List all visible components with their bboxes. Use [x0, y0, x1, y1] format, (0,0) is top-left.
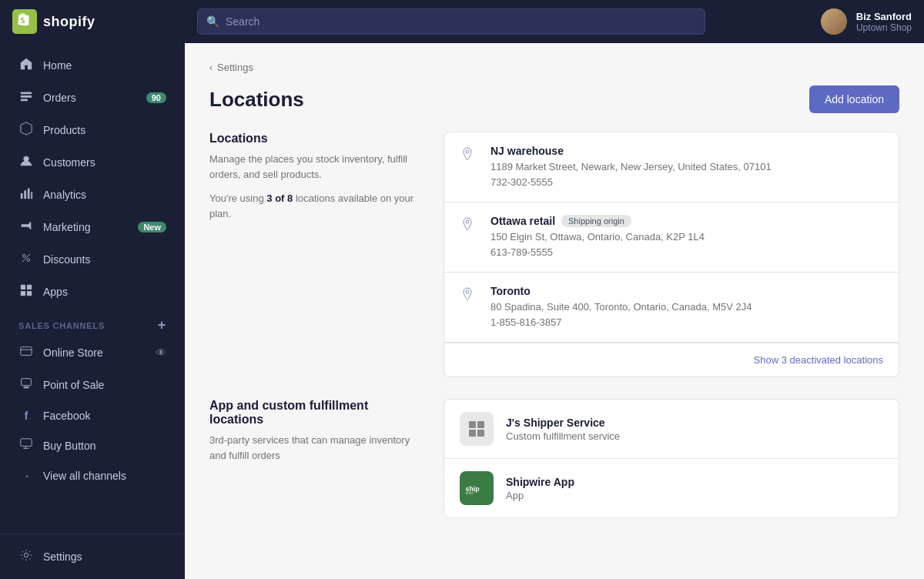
sidebar-label-analytics: Analytics: [43, 189, 86, 201]
sidebar-label-home: Home: [43, 59, 72, 72]
svg-rect-2: [21, 95, 32, 98]
location-info-toronto: Toronto 80 Spadina, Suite 400, Toronto, …: [490, 285, 883, 330]
locations-section-desc: Locations Manage the places you stock in…: [209, 132, 425, 377]
svg-rect-11: [21, 285, 25, 290]
sales-channels-label: SALES CHANNELS: [18, 321, 105, 330]
products-icon: [18, 122, 34, 139]
marketing-icon: [18, 219, 34, 236]
shipwire-name: Shipwire App: [506, 476, 883, 488]
svg-point-4: [23, 156, 28, 162]
location-pin-icon-ottawa: [460, 216, 478, 236]
svg-rect-26: [477, 430, 484, 437]
page-header: Locations Add location: [209, 85, 899, 113]
app-item-jshipper[interactable]: J's Shipper Service Custom fulfillment s…: [444, 400, 899, 459]
usage-note: You're using 3 of 8 locations available …: [209, 191, 425, 221]
location-item-toronto[interactable]: Toronto 80 Spadina, Suite 400, Toronto, …: [444, 273, 899, 343]
logo-area: shopify: [12, 9, 197, 34]
svg-rect-6: [24, 190, 26, 199]
facebook-icon: f: [18, 409, 34, 422]
pos-icon: [18, 377, 34, 393]
sidebar-item-view-all-channels[interactable]: ··· View all channels: [6, 463, 179, 489]
usage-count: 3 of 8: [266, 192, 293, 204]
breadcrumb: ‹ Settings: [209, 62, 899, 73]
svg-rect-8: [31, 192, 32, 199]
sidebar-item-online-store[interactable]: Online Store 👁: [6, 337, 179, 368]
usage-text: You're using: [209, 192, 264, 204]
sidebar-item-pos[interactable]: Point of Sale: [6, 370, 179, 400]
search-icon: 🔍: [206, 15, 219, 28]
sidebar-item-buy-button[interactable]: Buy Button: [6, 430, 179, 461]
jshipper-subtitle: Custom fulfillment service: [506, 430, 883, 442]
sidebar-label-discounts: Discounts: [43, 253, 90, 266]
locations-section: Locations Manage the places you stock in…: [209, 132, 899, 377]
svg-rect-0: [12, 9, 37, 34]
svg-rect-23: [469, 421, 476, 428]
settings-icon: [18, 548, 34, 565]
analytics-icon: [18, 186, 34, 203]
location-address-ottawa: 150 Elgin St, Ottawa, Ontario, Canada, K…: [490, 229, 883, 259]
sidebar-item-apps[interactable]: Apps: [6, 276, 179, 307]
svg-rect-5: [21, 193, 23, 199]
sidebar-item-analytics[interactable]: Analytics: [6, 179, 179, 210]
shipping-origin-badge: Shipping origin: [561, 215, 631, 227]
breadcrumb-link[interactable]: Settings: [217, 62, 253, 73]
svg-rect-25: [469, 430, 476, 437]
home-icon: [18, 57, 34, 74]
sidebar-label-customers: Customers: [43, 156, 95, 169]
svg-rect-24: [477, 421, 484, 428]
sidebar-item-home[interactable]: Home: [6, 50, 179, 81]
user-shop: Uptown Shop: [856, 22, 912, 33]
sidebar-item-orders[interactable]: Orders 90: [6, 82, 179, 113]
svg-point-10: [27, 259, 30, 262]
user-name: Biz Sanford: [856, 11, 912, 22]
sidebar-label-online-store: Online Store: [43, 346, 103, 359]
svg-rect-16: [22, 379, 32, 386]
sidebar-label-pos: Point of Sale: [43, 379, 104, 391]
sidebar-item-customers[interactable]: Customers: [6, 147, 179, 178]
customers-icon: [18, 154, 34, 171]
svg-rect-17: [23, 387, 28, 389]
sidebar: Home Orders 90 Products Customers Anal: [0, 43, 185, 579]
app-item-shipwire[interactable]: ship wire Shipwire App App: [444, 459, 899, 517]
shopify-bag-icon: [12, 9, 37, 34]
svg-point-19: [24, 553, 28, 557]
sidebar-label-orders: Orders: [43, 92, 76, 104]
shipwire-subtitle: App: [506, 490, 883, 501]
add-location-button[interactable]: Add location: [809, 85, 899, 113]
shopify-logo[interactable]: shopify: [12, 9, 95, 34]
shopify-name-label: shopify: [43, 14, 95, 30]
shipwire-icon: ship wire: [460, 471, 494, 505]
shipwire-info: Shipwire App App: [506, 476, 883, 501]
location-info-nj: NJ warehouse 1189 Market Street, Newark,…: [490, 145, 883, 189]
sales-channels-header: SALES CHANNELS +: [0, 308, 185, 336]
app-section-description: 3rd-party services that can manage inven…: [209, 433, 425, 463]
page-title: Locations: [209, 88, 304, 112]
orders-icon: [18, 89, 34, 106]
location-item-ottawa[interactable]: Ottawa retail Shipping origin 150 Elgin …: [444, 202, 899, 273]
avatar: [821, 8, 847, 35]
location-name-toronto: Toronto: [490, 285, 883, 297]
sidebar-item-settings[interactable]: Settings: [6, 541, 179, 572]
sidebar-item-products[interactable]: Products: [6, 115, 179, 146]
sidebar-label-settings: Settings: [43, 551, 82, 563]
page-content: ‹ Settings Locations Add location Locati…: [185, 43, 924, 579]
show-deactivated-link[interactable]: Show 3 deactivated locations: [444, 343, 899, 377]
eye-icon[interactable]: 👁: [156, 346, 166, 359]
location-item-nj[interactable]: NJ warehouse 1189 Market Street, Newark,…: [444, 132, 899, 202]
sidebar-item-facebook[interactable]: f Facebook: [6, 402, 179, 429]
locations-description: Manage the places you stock inventory, f…: [209, 152, 425, 182]
sidebar-label-facebook: Facebook: [43, 410, 90, 422]
app-section-heading: App and custom fulfillment locations: [209, 399, 425, 427]
sidebar-item-discounts[interactable]: Discounts: [6, 244, 179, 275]
sidebar-label-buy-button: Buy Button: [43, 440, 96, 452]
orders-badge: 90: [146, 92, 166, 103]
user-info: Biz Sanford Uptown Shop: [856, 11, 912, 33]
svg-rect-7: [28, 189, 30, 199]
sidebar-item-marketing[interactable]: Marketing New: [6, 212, 179, 243]
search-input[interactable]: [197, 8, 705, 35]
sidebar-label-marketing: Marketing: [43, 221, 90, 233]
add-sales-channel-button[interactable]: +: [158, 317, 166, 333]
svg-rect-18: [21, 439, 32, 447]
user-area[interactable]: Biz Sanford Uptown Shop: [821, 8, 912, 35]
breadcrumb-chevron-icon: ‹: [209, 62, 213, 73]
